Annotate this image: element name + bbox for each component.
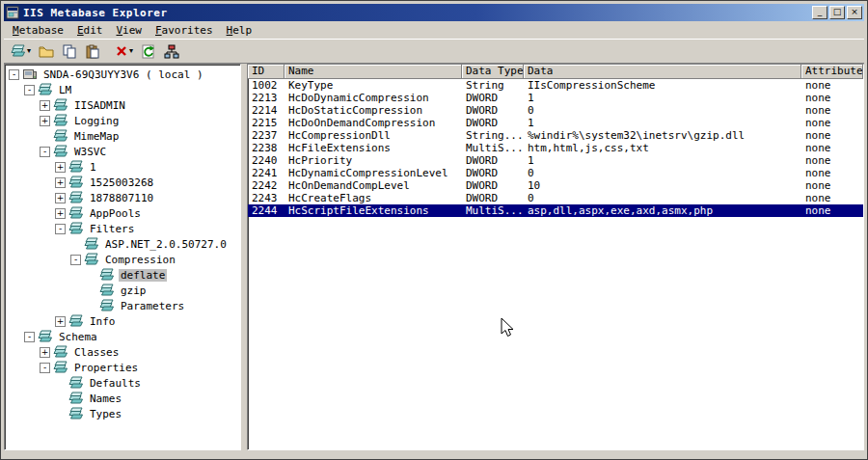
collapse-box[interactable]: -: [24, 85, 35, 95]
main-area: -SNDA-69Q3UYY3V6 ( local )-LM+IISADMIN+L…: [4, 64, 864, 450]
maximize-button[interactable]: □: [829, 6, 845, 19]
copy-button[interactable]: [59, 41, 80, 62]
tree-item-properties[interactable]: -Properties: [5, 360, 240, 375]
tree-item-label: W3SVC: [72, 146, 108, 158]
table-row-1002[interactable]: 1002KeyTypeStringIIsCompressionSchemenon…: [248, 79, 863, 92]
menu-favorites[interactable]: Favorites: [149, 22, 220, 39]
cell-attributes: none: [801, 142, 863, 154]
new-key-button[interactable]: ▾: [8, 41, 34, 62]
tree-item-deflate[interactable]: deflate: [5, 267, 240, 283]
tree-indent: [5, 352, 40, 353]
cell-attributes: none: [801, 154, 863, 167]
open-button[interactable]: [36, 41, 57, 62]
cell-type: DWORD: [462, 117, 524, 129]
tree-item-parameters[interactable]: Parameters: [5, 298, 240, 313]
tree-item-iisadmin[interactable]: +IISADMIN: [5, 97, 240, 113]
tree-item-types[interactable]: Types: [5, 406, 240, 421]
column-header-name[interactable]: Name: [285, 65, 462, 79]
title-bar[interactable]: IIS Metabase Explorer _ □ ×: [4, 4, 864, 21]
paste-button[interactable]: [82, 41, 103, 62]
tree-item-label: Types: [88, 408, 123, 420]
tree-item-classes[interactable]: +Classes: [5, 344, 240, 360]
expand-box[interactable]: +: [55, 162, 66, 173]
minimize-button[interactable]: _: [812, 6, 827, 19]
table-row-2242[interactable]: 2242HcOnDemandCompLevelDWORD10none: [248, 179, 863, 192]
column-header-id[interactable]: ID: [248, 65, 285, 79]
expand-box[interactable]: +: [40, 116, 50, 126]
cell-name: HcOnDemandCompLevel: [285, 179, 462, 192]
expand-box[interactable]: +: [40, 100, 50, 111]
metabase-key-icon: [68, 191, 84, 204]
collapse-box[interactable]: -: [40, 147, 50, 157]
tree-item-1878807110[interactable]: +1878807110: [5, 190, 240, 205]
tree-item-names[interactable]: Names: [5, 391, 240, 406]
expand-box[interactable]: +: [55, 208, 66, 219]
cell-name: HcDoDynamicCompression: [285, 92, 462, 104]
tree-item-lm[interactable]: -LM: [5, 82, 240, 97]
tree-item-1[interactable]: +1: [5, 159, 240, 175]
tree-item-label: Logging: [72, 115, 121, 127]
network-button[interactable]: [161, 41, 182, 62]
table-row-2240[interactable]: 2240HcPriorityDWORD1none: [248, 154, 863, 167]
tree-item-gzip[interactable]: gzip: [5, 283, 240, 298]
table-row-2238[interactable]: 2238HcFileExtensionsMultiS...htm,html,js…: [248, 142, 863, 154]
tree-item-asp-net-2-0-50727-0[interactable]: ASP.NET_2.0.50727.0: [5, 236, 240, 252]
tree-item-logging[interactable]: +Logging: [5, 113, 240, 128]
cell-type: String...: [462, 129, 524, 142]
expand-box[interactable]: +: [55, 177, 66, 188]
tree-indent: [5, 290, 86, 291]
cell-attributes: none: [801, 167, 863, 179]
expand-box[interactable]: +: [40, 347, 50, 358]
cell-name: HcCreateFlags: [285, 192, 462, 204]
paste-icon: [85, 44, 100, 59]
table-row-2244[interactable]: 2244HcScriptFileExtensionsMultiS...asp,d…: [248, 204, 863, 217]
copy-icon: [62, 44, 77, 59]
tree-item-label: ASP.NET_2.0.50727.0: [103, 238, 229, 251]
close-button[interactable]: ×: [847, 6, 862, 19]
cell-id: 2244: [248, 204, 285, 217]
app-icon: [6, 6, 19, 19]
tree-item-defaults[interactable]: Defaults: [5, 375, 240, 391]
cell-id: 2240: [248, 154, 285, 167]
menu-view[interactable]: View: [109, 22, 149, 39]
menu-metabase[interactable]: Metabase: [6, 22, 70, 39]
collapse-box[interactable]: -: [70, 255, 81, 265]
cell-name: HcDoOnDemandCompression: [285, 117, 462, 129]
column-header-attributes[interactable]: Attributes: [801, 65, 863, 79]
tree-item-info[interactable]: +Info: [5, 313, 240, 329]
tree-item-snda-69q3uyy3v6-local[interactable]: -SNDA-69Q3UYY3V6 ( local ): [5, 67, 240, 82]
collapse-box[interactable]: -: [55, 224, 66, 234]
menu-help[interactable]: Help: [220, 22, 259, 39]
table-row-2215[interactable]: 2215HcDoOnDemandCompressionDWORD1none: [248, 117, 863, 129]
table-row-2241[interactable]: 2241HcDynamicCompressionLevelDWORD0none: [248, 167, 863, 179]
metabase-key-icon: [99, 299, 115, 312]
dropdown-arrow-icon: ▾: [27, 47, 31, 55]
cell-type: MultiS...: [462, 204, 524, 217]
tree-item-w3svc[interactable]: -W3SVC: [5, 144, 240, 159]
expand-box[interactable]: +: [55, 193, 66, 203]
table-row-2214[interactable]: 2214HcDoStaticCompressionDWORD0none: [248, 104, 863, 117]
column-header-data[interactable]: Data: [524, 65, 801, 79]
cell-data: asp,dll,aspx,exe,axd,asmx,php: [524, 204, 801, 217]
tree-item-mimemap[interactable]: MimeMap: [5, 128, 240, 144]
tree-item-1525003268[interactable]: +1525003268: [5, 175, 240, 190]
menu-edit[interactable]: Edit: [70, 22, 110, 39]
metabase-key-icon: [68, 176, 84, 189]
table-row-2243[interactable]: 2243HcCreateFlagsDWORD0none: [248, 192, 863, 204]
cell-type: DWORD: [462, 104, 524, 117]
tree-item-label: LM: [57, 84, 73, 96]
tree-item-filters[interactable]: -Filters: [5, 221, 240, 236]
tree-item-apppools[interactable]: +AppPools: [5, 205, 240, 221]
collapse-box[interactable]: -: [40, 363, 50, 373]
collapse-box[interactable]: -: [9, 69, 19, 80]
tree-item-schema[interactable]: -Schema: [5, 329, 240, 344]
tree-item-compression[interactable]: -Compression: [5, 252, 240, 267]
delete-button[interactable]: ▾: [112, 41, 136, 62]
collapse-box[interactable]: -: [24, 332, 35, 342]
column-header-data-type[interactable]: Data Type: [462, 65, 524, 79]
refresh-button[interactable]: [138, 41, 159, 62]
table-row-2213[interactable]: 2213HcDoDynamicCompressionDWORD1none: [248, 92, 863, 104]
metabase-key-icon: [53, 345, 68, 359]
table-row-2237[interactable]: 2237HcCompressionDllString...%windir%\sy…: [248, 129, 863, 142]
expand-box[interactable]: +: [55, 316, 66, 327]
